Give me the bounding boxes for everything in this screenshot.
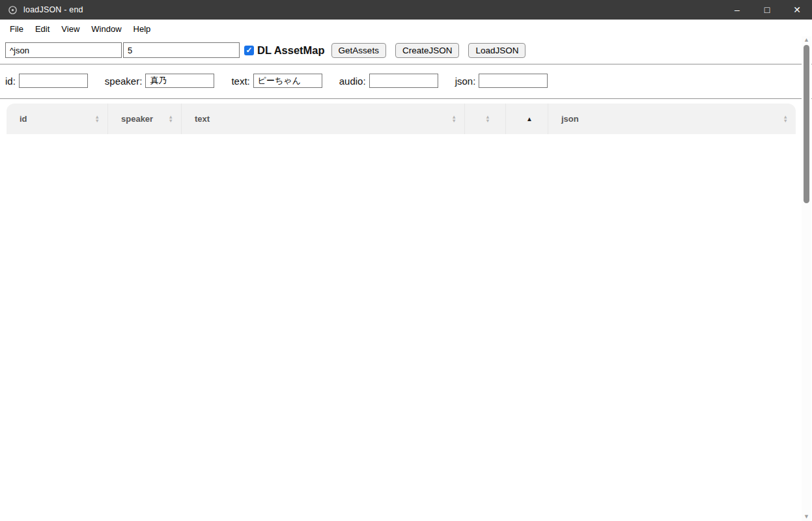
menu-view[interactable]: View [55,21,85,36]
sort-ascending-icon: ▲ [526,115,533,122]
column-label-text: text [195,114,210,124]
id-field-group: id: [5,74,88,88]
speaker-field[interactable] [145,74,214,88]
audio-field[interactable] [369,74,438,88]
column-header-speaker[interactable]: speaker ▲▼ [107,104,181,134]
id-field[interactable] [19,74,88,88]
record-form: id: speaker: text: audio: json: [0,66,812,96]
close-button[interactable]: ✕ [782,0,812,20]
dl-assetmap-label: DL AssetMap [257,44,325,57]
column-label-json: json [561,114,579,124]
create-json-button[interactable]: CreateJSON [395,43,460,58]
minimize-button[interactable]: – [722,0,752,20]
sort-icon: ▲▼ [95,115,100,122]
title-bar: loadJSON - end – □ ✕ [0,0,812,20]
speaker-field-group: speaker: [105,74,215,88]
menu-bar: File Edit View Window Help [0,20,812,38]
menu-help[interactable]: Help [128,21,157,36]
json-label: json: [455,76,476,87]
scrollbar-down-arrow[interactable]: ▼ [804,513,809,521]
dl-assetmap-checkbox[interactable]: ✓ [244,46,254,55]
scrollbar-up-arrow[interactable]: ▲ [804,36,809,44]
window-title: loadJSON - end [23,5,83,14]
load-json-button[interactable]: LoadJSON [468,43,525,58]
separator-line [0,64,812,64]
app-icon [8,5,18,15]
audio-label: audio: [339,76,366,87]
sort-icon: ▲▼ [452,115,456,122]
sort-icon: ▲▼ [783,115,788,122]
column-header-json[interactable]: json ▲▼ [548,104,796,134]
json-field-group: json: [455,74,548,88]
filter-input[interactable] [5,42,122,58]
table-header-row: id ▲▼ speaker ▲▼ text ▲▼ [7,104,796,134]
get-assets-button[interactable]: GetAssets [331,43,386,58]
column-label-id: id [20,114,27,124]
dialogue-table: id ▲▼ speaker ▲▼ text ▲▼ [7,104,796,134]
sort-icon: ▲▼ [169,115,173,122]
speaker-label: speaker: [105,76,143,87]
separator-line [0,98,812,99]
column-header-text[interactable]: text ▲▼ [181,104,464,134]
scrollbar: ▲ ▼ [802,36,811,521]
sort-icon: ▲▼ [485,115,490,122]
toolbar: ✓ DL AssetMap GetAssets CreateJSON LoadJ… [0,38,812,62]
menu-window[interactable]: Window [85,21,127,36]
text-field-group: text: [231,74,322,88]
window-controls: – □ ✕ [722,0,812,20]
text-label: text: [231,76,249,87]
menu-edit[interactable]: Edit [29,21,55,36]
limit-input[interactable] [123,42,240,58]
column-header-play[interactable]: ▲▼ [464,104,505,134]
maximize-button[interactable]: □ [752,0,782,20]
column-header-download[interactable]: ▲ [505,104,548,134]
menu-file[interactable]: File [4,21,29,36]
id-label: id: [5,76,16,87]
scrollbar-thumb[interactable] [804,45,809,203]
audio-field-group: audio: [339,74,438,88]
text-field[interactable] [253,74,322,88]
column-header-id[interactable]: id ▲▼ [7,104,107,134]
json-field[interactable] [479,74,548,88]
dialogue-table-wrap: id ▲▼ speaker ▲▼ text ▲▼ [7,104,805,134]
column-label-speaker: speaker [121,114,153,124]
